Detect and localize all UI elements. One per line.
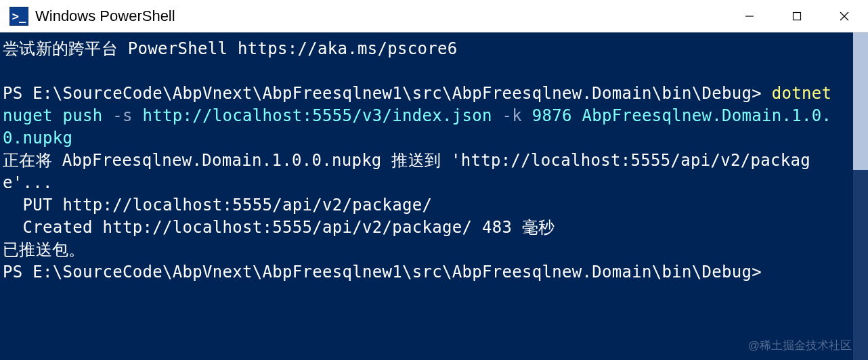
prompt-prefix: PS	[3, 84, 32, 103]
cmd-flag: -k	[502, 106, 531, 125]
scrollbar-thumb[interactable]	[853, 32, 868, 170]
output-line: 尝试新的跨平台 PowerShell https://aka.ms/pscore…	[3, 39, 458, 58]
prompt-prefix: PS	[3, 263, 32, 282]
close-button[interactable]	[821, 0, 868, 32]
minimize-button[interactable]	[726, 0, 773, 32]
output-line: Created http://localhost:5555/api/v2/pac…	[3, 218, 555, 237]
prompt-path: E:\SourceCode\AbpVnext\AbpFreesqlnew1\sr…	[32, 263, 752, 282]
svg-rect-1	[794, 12, 801, 20]
terminal[interactable]: 尝试新的跨平台 PowerShell https://aka.ms/pscore…	[0, 32, 868, 360]
prompt-path: E:\SourceCode\AbpVnext\AbpFreesqlnew1\sr…	[32, 84, 752, 103]
window-controls	[726, 0, 868, 32]
output-line: PUT http://localhost:5555/api/v2/package…	[3, 196, 432, 215]
watermark: @稀土掘金技术社区	[748, 338, 852, 353]
blank-line	[3, 62, 13, 81]
titlebar: >_ Windows PowerShell	[0, 0, 868, 32]
maximize-icon	[792, 12, 802, 21]
powershell-icon: >_	[9, 7, 28, 26]
minimize-icon	[744, 11, 755, 22]
cmd-arg: nuget push	[3, 106, 112, 125]
cmd-arg: http://localhost:5555/v3/index.json	[143, 106, 502, 125]
cmd-flag: -s	[112, 106, 142, 125]
cmd-token: dotnet	[772, 84, 842, 103]
output-line: 已推送包。	[3, 240, 85, 259]
terminal-output[interactable]: 尝试新的跨平台 PowerShell https://aka.ms/pscore…	[0, 32, 853, 360]
prompt-suffix: >	[752, 263, 762, 282]
close-icon	[839, 11, 850, 22]
powershell-icon-glyph: >_	[12, 9, 26, 23]
cmd-arg: 9876	[532, 106, 582, 125]
maximize-button[interactable]	[773, 0, 821, 32]
scrollbar[interactable]	[853, 32, 868, 360]
window-title: Windows PowerShell	[35, 7, 726, 25]
output-line: 正在将 AbpFreesqlnew.Domain.1.0.0.nupkg 推送到…	[3, 151, 810, 192]
prompt-suffix: >	[752, 84, 772, 103]
